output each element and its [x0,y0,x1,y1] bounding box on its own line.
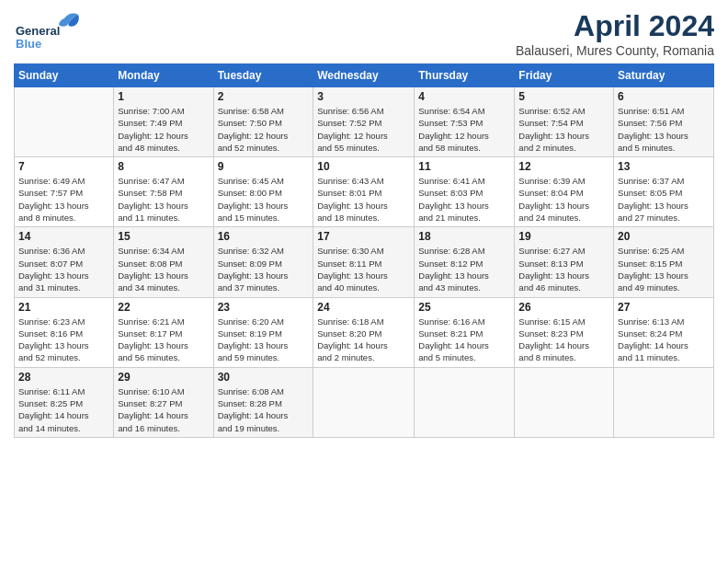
svg-text:Blue: Blue [16,37,41,51]
day-info: Sunrise: 6:58 AMSunset: 7:50 PMDaylight:… [218,105,310,154]
calendar-header-friday: Friday [515,64,614,87]
day-number: 15 [118,230,209,243]
day-info: Sunrise: 6:52 AMSunset: 7:54 PMDaylight:… [518,105,609,154]
day-number: 10 [317,160,410,173]
calendar-header-row: SundayMondayTuesdayWednesdayThursdayFrid… [15,64,714,87]
calendar-day-29: 29Sunrise: 6:10 AMSunset: 8:27 PMDayligh… [114,367,213,437]
day-number: 16 [218,230,310,243]
calendar-day-30: 30Sunrise: 6:08 AMSunset: 8:28 PMDayligh… [213,367,313,437]
day-number: 4 [418,90,510,103]
calendar-header-wednesday: Wednesday [313,64,415,87]
day-number: 12 [518,160,609,173]
day-info: Sunrise: 6:18 AMSunset: 8:20 PMDaylight:… [317,316,410,364]
calendar-day-13: 13Sunrise: 6:37 AMSunset: 8:05 PMDayligh… [614,157,714,227]
day-number: 26 [518,301,609,314]
day-number: 21 [18,301,109,314]
calendar-week-row: 14Sunrise: 6:36 AMSunset: 8:07 PMDayligh… [15,227,714,297]
day-number: 11 [418,160,510,173]
svg-text:General: General [16,24,60,38]
day-number: 1 [118,90,209,103]
day-info: Sunrise: 6:28 AMSunset: 8:12 PMDaylight:… [418,245,510,293]
day-number: 18 [418,230,510,243]
main-title: April 2024 [516,9,714,43]
calendar-day-5: 5Sunrise: 6:52 AMSunset: 7:54 PMDaylight… [515,87,614,157]
page: General Blue April 2024 Balauseri, Mures… [0,0,728,563]
day-info: Sunrise: 6:49 AMSunset: 7:57 PMDaylight:… [18,175,109,224]
day-info: Sunrise: 6:10 AMSunset: 8:27 PMDaylight:… [118,385,209,434]
day-number: 2 [218,90,310,103]
calendar-day-9: 9Sunrise: 6:45 AMSunset: 8:00 PMDaylight… [213,157,313,227]
calendar-header-tuesday: Tuesday [213,64,313,87]
calendar-empty-cell [415,367,515,437]
calendar-day-27: 27Sunrise: 6:13 AMSunset: 8:24 PMDayligh… [614,297,714,367]
day-number: 24 [317,301,410,314]
calendar-header-sunday: Sunday [15,64,114,87]
calendar-day-15: 15Sunrise: 6:34 AMSunset: 8:08 PMDayligh… [114,227,213,297]
calendar-day-28: 28Sunrise: 6:11 AMSunset: 8:25 PMDayligh… [15,367,114,437]
day-number: 7 [18,160,109,173]
day-number: 5 [518,90,609,103]
day-number: 13 [618,160,710,173]
calendar-day-22: 22Sunrise: 6:21 AMSunset: 8:17 PMDayligh… [114,297,213,367]
day-info: Sunrise: 6:25 AMSunset: 8:15 PMDaylight:… [618,245,710,293]
calendar-empty-cell [614,367,714,437]
day-number: 19 [518,230,609,243]
calendar-day-10: 10Sunrise: 6:43 AMSunset: 8:01 PMDayligh… [313,157,415,227]
subtitle: Balauseri, Mures County, Romania [516,43,714,58]
calendar-day-8: 8Sunrise: 6:47 AMSunset: 7:58 PMDaylight… [114,157,213,227]
calendar-week-row: 1Sunrise: 7:00 AMSunset: 7:49 PMDaylight… [15,87,714,157]
calendar-day-7: 7Sunrise: 6:49 AMSunset: 7:57 PMDaylight… [15,157,114,227]
day-info: Sunrise: 6:54 AMSunset: 7:53 PMDaylight:… [418,105,510,154]
day-number: 25 [418,301,510,314]
day-info: Sunrise: 6:43 AMSunset: 8:01 PMDaylight:… [317,175,410,224]
calendar-header-monday: Monday [114,64,213,87]
day-info: Sunrise: 6:32 AMSunset: 8:09 PMDaylight:… [218,245,310,293]
day-info: Sunrise: 6:36 AMSunset: 8:07 PMDaylight:… [18,245,109,293]
day-number: 28 [18,371,109,384]
calendar-week-row: 7Sunrise: 6:49 AMSunset: 7:57 PMDaylight… [15,157,714,227]
day-number: 9 [218,160,310,173]
day-info: Sunrise: 6:11 AMSunset: 8:25 PMDaylight:… [18,385,109,434]
calendar-day-18: 18Sunrise: 6:28 AMSunset: 8:12 PMDayligh… [415,227,515,297]
day-info: Sunrise: 7:00 AMSunset: 7:49 PMDaylight:… [118,105,209,154]
calendar-empty-cell [515,367,614,437]
calendar-table: SundayMondayTuesdayWednesdayThursdayFrid… [14,63,714,438]
calendar-day-14: 14Sunrise: 6:36 AMSunset: 8:07 PMDayligh… [15,227,114,297]
day-info: Sunrise: 6:37 AMSunset: 8:05 PMDaylight:… [618,175,710,224]
day-info: Sunrise: 6:23 AMSunset: 8:16 PMDaylight:… [18,316,109,364]
day-number: 22 [118,301,209,314]
day-info: Sunrise: 6:56 AMSunset: 7:52 PMDaylight:… [317,105,410,154]
day-info: Sunrise: 6:47 AMSunset: 7:58 PMDaylight:… [118,175,209,224]
calendar-day-11: 11Sunrise: 6:41 AMSunset: 8:03 PMDayligh… [415,157,515,227]
calendar-header-thursday: Thursday [415,64,515,87]
day-info: Sunrise: 6:41 AMSunset: 8:03 PMDaylight:… [418,175,510,224]
logo: General Blue [14,9,87,55]
day-info: Sunrise: 6:39 AMSunset: 8:04 PMDaylight:… [518,175,609,224]
day-info: Sunrise: 6:51 AMSunset: 7:56 PMDaylight:… [618,105,710,154]
day-info: Sunrise: 6:21 AMSunset: 8:17 PMDaylight:… [118,316,209,364]
calendar-day-19: 19Sunrise: 6:27 AMSunset: 8:13 PMDayligh… [515,227,614,297]
calendar-day-23: 23Sunrise: 6:20 AMSunset: 8:19 PMDayligh… [213,297,313,367]
calendar-day-21: 21Sunrise: 6:23 AMSunset: 8:16 PMDayligh… [15,297,114,367]
day-number: 6 [618,90,710,103]
logo-svg: General Blue [14,9,87,55]
calendar-day-6: 6Sunrise: 6:51 AMSunset: 7:56 PMDaylight… [614,87,714,157]
header: General Blue April 2024 Balauseri, Mures… [14,9,714,58]
day-number: 3 [317,90,410,103]
calendar-day-12: 12Sunrise: 6:39 AMSunset: 8:04 PMDayligh… [515,157,614,227]
day-info: Sunrise: 6:16 AMSunset: 8:21 PMDaylight:… [418,316,510,364]
day-info: Sunrise: 6:45 AMSunset: 8:00 PMDaylight:… [218,175,310,224]
calendar-day-3: 3Sunrise: 6:56 AMSunset: 7:52 PMDaylight… [313,87,415,157]
calendar-day-20: 20Sunrise: 6:25 AMSunset: 8:15 PMDayligh… [614,227,714,297]
day-number: 30 [218,371,310,384]
day-info: Sunrise: 6:13 AMSunset: 8:24 PMDaylight:… [618,316,710,364]
day-info: Sunrise: 6:08 AMSunset: 8:28 PMDaylight:… [218,385,310,434]
day-number: 20 [618,230,710,243]
day-number: 23 [218,301,310,314]
calendar-header-saturday: Saturday [614,64,714,87]
calendar-day-2: 2Sunrise: 6:58 AMSunset: 7:50 PMDaylight… [213,87,313,157]
day-number: 27 [618,301,710,314]
calendar-day-24: 24Sunrise: 6:18 AMSunset: 8:20 PMDayligh… [313,297,415,367]
day-info: Sunrise: 6:34 AMSunset: 8:08 PMDaylight:… [118,245,209,293]
calendar-week-row: 21Sunrise: 6:23 AMSunset: 8:16 PMDayligh… [15,297,714,367]
